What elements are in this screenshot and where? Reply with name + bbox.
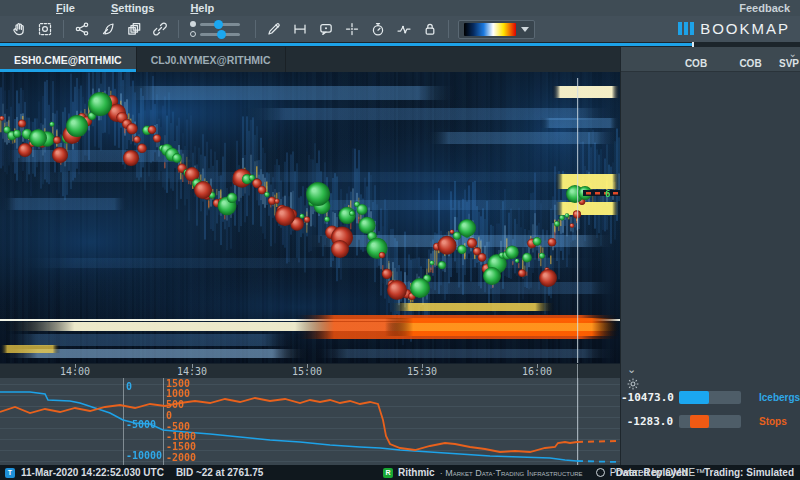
heatmap-chart[interactable] — [0, 72, 620, 363]
timer-icon[interactable] — [365, 18, 391, 40]
omne-logo-icon — [596, 468, 605, 477]
menu-help[interactable]: Help — [190, 2, 214, 14]
orange-axis-label: -1500 — [166, 441, 196, 452]
tab-clj0-nymex[interactable]: CLJ0.NYMEX@RITHMIC — [137, 47, 286, 72]
share-icon[interactable] — [69, 18, 95, 40]
time-tick — [192, 364, 193, 368]
draw-pencil-icon[interactable] — [261, 18, 287, 40]
slider-knob-top[interactable] — [214, 20, 223, 29]
bookmap-logo-text: BOOKMAP — [700, 20, 790, 37]
stops-label: Stops — [759, 416, 787, 427]
ladder-header: COB COB SVP ⌄ — [621, 47, 800, 72]
column-header-cob1: COB — [621, 58, 724, 69]
orange-axis-label: 500 — [166, 399, 184, 410]
icebergs-color-bar[interactable] — [679, 391, 741, 404]
rithmic-tagline: · Market Data·Trading Infrastructure — [440, 468, 583, 478]
stops-value: -1283.0 — [621, 415, 673, 428]
link-chart-icon[interactable] — [147, 18, 173, 40]
drawing-quill-icon[interactable] — [95, 18, 121, 40]
replay-datetime: 11-Mar-2020 14:22:52.030 UTC — [21, 467, 164, 478]
icebergs-value: -10473.0 — [621, 391, 673, 404]
slider-knob-bottom[interactable] — [217, 30, 226, 39]
column-header-cob2: COB — [724, 58, 777, 69]
lock-icon[interactable] — [417, 18, 443, 40]
hand-tool-icon[interactable] — [6, 18, 32, 40]
stacked-view-icon[interactable] — [121, 18, 147, 40]
data-mode: Data: Replayed — [616, 467, 688, 478]
time-tick — [75, 364, 76, 368]
legend-row-stops[interactable]: -1283.0 Stops — [621, 413, 800, 429]
current-time-line — [577, 364, 578, 379]
indicator-canvas — [0, 378, 620, 465]
outline-dot-icon — [190, 31, 196, 37]
menu-file[interactable]: File — [56, 2, 75, 14]
menu-bar: File Settings Help Feedback — [0, 0, 800, 16]
stops-color-bar[interactable] — [679, 415, 741, 428]
crosshair-icon[interactable] — [339, 18, 365, 40]
column-header-svp: SVP — [777, 58, 800, 69]
icebergs-label: Icebergs — [759, 392, 800, 403]
chevron-down-icon — [521, 27, 529, 32]
orange-axis-label: 1000 — [166, 388, 190, 399]
bookmap-logo: BOOKMAP — [678, 20, 790, 37]
heatmap-palette-dropdown[interactable] — [458, 20, 535, 39]
zoom-window-icon[interactable] — [32, 18, 58, 40]
toolbar-separator — [255, 20, 256, 38]
volume-pulse-icon[interactable] — [391, 18, 417, 40]
bookmap-logo-icon — [678, 22, 694, 35]
toolbar-separator — [63, 20, 64, 38]
chevron-down-icon[interactable]: ⌄ — [627, 363, 636, 376]
replay-progress-fill — [0, 43, 693, 46]
orange-axis-label: 0 — [166, 410, 172, 421]
instrument-tabs: ESH0.CME@RITHMIC CLJ0.NYMEX@RITHMIC — [0, 47, 620, 72]
bid-info: BID ~22 at 2761.75 — [176, 467, 264, 478]
indicator-panel[interactable]: 0-5000-10000150010005000-500-1000-1500-2… — [0, 378, 620, 465]
heatmap-gradient-swatch — [464, 23, 516, 36]
tab-esh0-cme[interactable]: ESH0.CME@RITHMIC — [0, 47, 137, 72]
rithmic-logo-icon: R — [383, 468, 393, 478]
note-bubble-icon[interactable] — [313, 18, 339, 40]
toolbar-separator — [178, 20, 179, 38]
measure-icon[interactable] — [287, 18, 313, 40]
blue-axis-label: 0 — [126, 381, 132, 392]
time-icon: T — [5, 468, 15, 478]
toolbar-separator — [448, 20, 449, 38]
trading-mode: Trading: Simulated — [704, 467, 794, 478]
rithmic-brand: Rithmic — [398, 467, 435, 478]
bookmap-window: File Settings Help Feedback BOOKMAP ESH0… — [0, 0, 800, 480]
filled-dot-icon — [190, 21, 196, 27]
blue-axis-label: -10000 — [126, 450, 162, 461]
status-bar: T 11-Mar-2020 14:22:52.030 UTC BID ~22 a… — [0, 465, 800, 480]
time-tick — [537, 364, 538, 368]
depth-and-volume-panel: COB COB SVP ⌄ ⌄ -10473.0 Icebergs -1283.… — [620, 47, 800, 465]
time-tick — [307, 364, 308, 368]
time-tick — [422, 364, 423, 368]
menu-settings[interactable]: Settings — [111, 2, 154, 14]
legend-row-icebergs[interactable]: -10473.0 Icebergs — [621, 389, 800, 405]
feedback-link[interactable]: Feedback — [739, 2, 790, 14]
heatmap-canvas[interactable] — [0, 72, 620, 363]
blue-axis-label: -5000 — [126, 419, 156, 430]
orange-axis-label: -2000 — [166, 452, 196, 463]
size-filter-sliders[interactable] — [188, 18, 246, 40]
time-axis: 14:0014:3015:0015:3016:00 — [0, 363, 620, 378]
chevron-down-icon[interactable]: ⌄ — [789, 49, 797, 59]
